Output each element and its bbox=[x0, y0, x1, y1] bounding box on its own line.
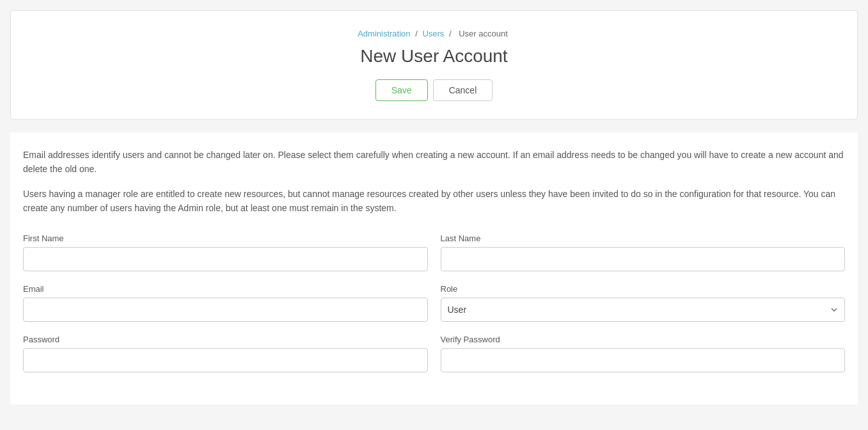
password-input[interactable] bbox=[23, 348, 428, 372]
info-paragraph-2: Users having a manager role are entitled… bbox=[23, 187, 845, 216]
last-name-label: Last Name bbox=[441, 234, 846, 243]
breadcrumb-current: User account bbox=[459, 29, 508, 38]
role-select[interactable]: User Manager Admin bbox=[441, 298, 846, 322]
first-name-label: First Name bbox=[23, 234, 428, 243]
verify-password-input[interactable] bbox=[441, 348, 846, 372]
breadcrumb-separator-1: / bbox=[415, 29, 418, 38]
form-group-last-name: Last Name bbox=[441, 234, 846, 271]
email-label: Email bbox=[23, 284, 428, 294]
form-section: First Name Last Name Email Role User bbox=[23, 234, 845, 372]
verify-password-label: Verify Password bbox=[441, 335, 846, 344]
header-card: Administration / Users / User account Ne… bbox=[10, 10, 858, 120]
form-group-first-name: First Name bbox=[23, 234, 428, 271]
form-group-verify-password: Verify Password bbox=[441, 335, 846, 372]
breadcrumb-admin-link[interactable]: Administration bbox=[358, 29, 410, 38]
breadcrumb-separator-2: / bbox=[449, 29, 452, 38]
form-row-name: First Name Last Name bbox=[23, 234, 845, 271]
save-button[interactable]: Save bbox=[375, 79, 428, 101]
form-row-password: Password Verify Password bbox=[23, 335, 845, 372]
last-name-input[interactable] bbox=[441, 247, 846, 271]
cancel-button[interactable]: Cancel bbox=[433, 79, 493, 101]
form-row-email-role: Email Role User Manager Admin bbox=[23, 284, 845, 322]
form-group-email: Email bbox=[23, 284, 428, 322]
form-group-role: Role User Manager Admin bbox=[441, 284, 846, 322]
breadcrumb-users-link[interactable]: Users bbox=[422, 29, 444, 38]
page-wrapper: Administration / Users / User account Ne… bbox=[0, 0, 868, 430]
content-area: Email addresses identify users and canno… bbox=[10, 132, 858, 404]
breadcrumb: Administration / Users / User account bbox=[24, 29, 844, 38]
action-buttons: Save Cancel bbox=[24, 79, 844, 101]
form-group-password: Password bbox=[23, 335, 428, 372]
info-paragraph-1: Email addresses identify users and canno… bbox=[23, 148, 845, 177]
email-input[interactable] bbox=[23, 298, 428, 322]
first-name-input[interactable] bbox=[23, 247, 428, 271]
role-label: Role bbox=[441, 284, 846, 294]
password-label: Password bbox=[23, 335, 428, 344]
page-title: New User Account bbox=[24, 46, 844, 67]
